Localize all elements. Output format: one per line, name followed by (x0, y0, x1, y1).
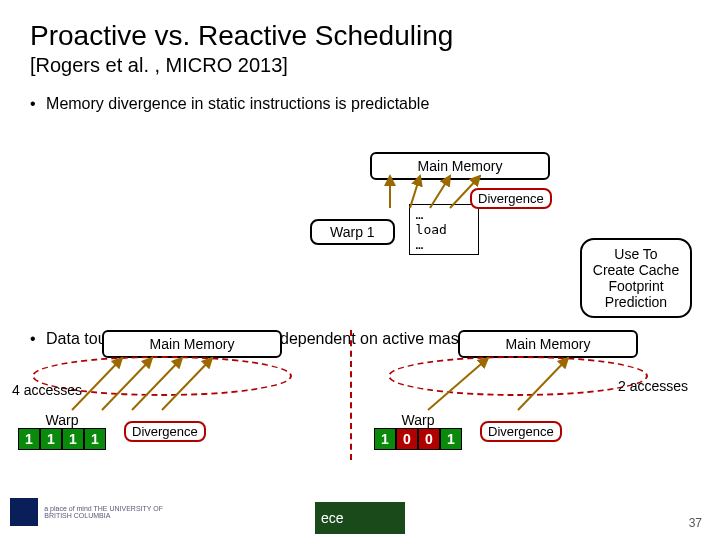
diagram-left: Main Memory 4 accesses Warp 1 1 1 1 Dive… (12, 330, 332, 358)
code-line-2: load (416, 222, 472, 237)
mask-right: 1 0 0 1 (374, 428, 462, 450)
divergence-label-top: Divergence (470, 188, 552, 209)
code-line-3: … (416, 237, 472, 252)
svg-line-7 (162, 358, 212, 410)
callout-l2: Create Cache (592, 262, 680, 278)
ubc-crest-icon (10, 498, 38, 526)
mask-left: 1 1 1 1 (18, 428, 106, 450)
prediction-callout: Use To Create Cache Footprint Prediction (580, 238, 692, 318)
mask-bit: 0 (396, 428, 418, 450)
svg-line-2 (430, 176, 450, 208)
vertical-divider (350, 330, 352, 460)
svg-line-9 (518, 358, 568, 410)
page-number: 37 (689, 516, 702, 530)
bullet-1: Memory divergence in static instructions… (30, 95, 690, 113)
svg-line-6 (132, 358, 182, 410)
svg-line-1 (410, 176, 420, 208)
ece-logo: ece (315, 502, 405, 534)
diagram-top: Main Memory Warp 1 … load … Divergence (310, 152, 570, 255)
mask-bit: 1 (374, 428, 396, 450)
mask-bit: 0 (418, 428, 440, 450)
citation: [Rogers et al. , MICRO 2013] (30, 54, 690, 77)
accesses-right: 2 accesses (618, 378, 688, 394)
svg-line-5 (102, 358, 152, 410)
divergence-label-right: Divergence (480, 421, 562, 442)
mask-bit: 1 (440, 428, 462, 450)
warp-label-left: Warp (18, 412, 106, 428)
mask-bit: 1 (84, 428, 106, 450)
ubc-text: a place of mind THE UNIVERSITY OF BRITIS… (44, 505, 164, 519)
ubc-logo: a place of mind THE UNIVERSITY OF BRITIS… (10, 498, 170, 534)
mask-bit: 1 (62, 428, 84, 450)
mask-bit: 1 (18, 428, 40, 450)
footer: a place of mind THE UNIVERSITY OF BRITIS… (10, 494, 710, 534)
diagram-right: Main Memory 2 accesses Warp 1 0 0 1 Dive… (368, 330, 688, 358)
warp-1-box: Warp 1 (310, 219, 395, 245)
divergence-label-left: Divergence (124, 421, 206, 442)
callout-l4: Prediction (592, 294, 680, 310)
accesses-left: 4 accesses (12, 382, 82, 398)
slide-title: Proactive vs. Reactive Scheduling (30, 20, 690, 52)
mask-bit: 1 (40, 428, 62, 450)
warp-label-right: Warp (374, 412, 462, 428)
svg-line-8 (428, 358, 488, 410)
callout-l3: Footprint (592, 278, 680, 294)
callout-l1: Use To (592, 246, 680, 262)
